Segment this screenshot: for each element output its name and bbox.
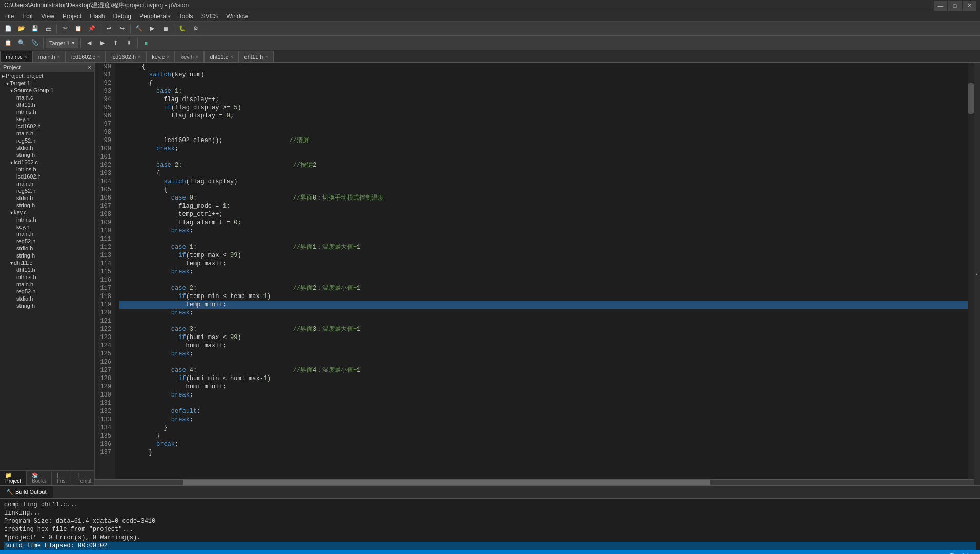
- maximize-button[interactable]: □: [948, 1, 962, 11]
- tree-file-main-h-2[interactable]: main.h: [0, 180, 94, 187]
- menu-file[interactable]: File: [0, 11, 18, 21]
- tree-file-key-h-1[interactable]: key.h: [0, 115, 94, 123]
- menu-view[interactable]: View: [37, 11, 58, 21]
- toolbar2-btn5[interactable]: ▶: [96, 37, 109, 49]
- menu-window[interactable]: Window: [222, 11, 252, 21]
- tab-close-key-h[interactable]: ×: [196, 54, 198, 60]
- panel-tab-project[interactable]: 📁 Project: [0, 471, 27, 485]
- menu-project[interactable]: Project: [58, 11, 86, 21]
- tree-dht11-c-group[interactable]: ▾ dht11.c: [0, 259, 94, 266]
- tree-file-reg52-h-3[interactable]: reg52.h: [0, 238, 94, 245]
- editor-scrollbar[interactable]: [968, 63, 974, 479]
- tab-close-lcd1602-c[interactable]: ×: [97, 54, 100, 60]
- tree-file-intrins-h-3[interactable]: intrins.h: [0, 216, 94, 223]
- tab-key-h[interactable]: key.h ×: [175, 51, 204, 62]
- tree-file-dht11-h-4[interactable]: dht11.h: [0, 266, 94, 273]
- close-button[interactable]: ✕: [963, 1, 976, 11]
- tab-lcd1602-c[interactable]: lcd1602.c ×: [66, 51, 106, 62]
- panel-tab-books[interactable]: 📚 Books: [27, 471, 52, 485]
- code-content[interactable]: { switch(key_num) { case 1: flag_display…: [115, 63, 968, 479]
- tree-file-string-h-3[interactable]: string.h: [0, 252, 94, 259]
- window-controls[interactable]: — □ ✕: [934, 1, 976, 11]
- new-file-button[interactable]: 📄: [2, 23, 14, 34]
- menu-tools[interactable]: Tools: [175, 11, 197, 21]
- tree-file-stdio-h-2[interactable]: stdio.h: [0, 194, 94, 202]
- paste-button[interactable]: 📌: [86, 23, 98, 34]
- redo-button[interactable]: ↪: [116, 23, 128, 34]
- panel-tab-fns[interactable]: | Fns.: [52, 471, 72, 485]
- panel-tab-templ[interactable]: | Templ.: [72, 471, 95, 485]
- tree-file-string-h-2[interactable]: string.h: [0, 202, 94, 209]
- target-selector[interactable]: Target 1 ▾: [46, 38, 78, 48]
- tree-file-stdio-h-3[interactable]: stdio.h: [0, 245, 94, 252]
- folder-expand-icon: ▾: [10, 88, 13, 93]
- tree-file-main-h-4[interactable]: main.h: [0, 281, 94, 288]
- save-all-button[interactable]: 🗃: [42, 23, 54, 34]
- save-button[interactable]: 💾: [29, 23, 41, 34]
- tab-close-dht11-h[interactable]: ×: [265, 54, 268, 60]
- tab-close-main-c[interactable]: ×: [24, 54, 27, 60]
- tab-label: main.h: [38, 54, 55, 60]
- right-panel-toggle[interactable]: ▸: [974, 63, 980, 485]
- tab-dht11-c[interactable]: dht11.c ×: [204, 51, 238, 62]
- run-button[interactable]: ▶: [146, 23, 158, 34]
- tab-lcd1602-h[interactable]: lcd1602.h ×: [106, 51, 146, 62]
- cut-button[interactable]: ✂: [59, 23, 71, 34]
- tree-lcd1602-c-group[interactable]: ▾ lcd1602.c: [0, 159, 94, 166]
- tab-close-main-h[interactable]: ×: [57, 54, 60, 60]
- tree-key-c-group[interactable]: ▾ key.c: [0, 209, 94, 216]
- tree-file-main-c[interactable]: main.c: [0, 94, 94, 101]
- tab-dht11-h[interactable]: dht11.h ×: [239, 51, 274, 62]
- project-panel-close[interactable]: ×: [88, 64, 91, 70]
- toolbar2-btn3[interactable]: 📎: [29, 37, 41, 49]
- menu-flash[interactable]: Flash: [86, 11, 109, 21]
- tree-file-intrins-h-1[interactable]: intrins.h: [0, 108, 94, 115]
- tree-source-group-1[interactable]: ▾ Source Group 1: [0, 87, 94, 94]
- code-area[interactable]: 9091929394959697989910010110210310410510…: [95, 63, 974, 479]
- tab-close-key-c[interactable]: ×: [167, 54, 169, 60]
- tree-target1[interactable]: ▾ Target 1: [0, 80, 94, 87]
- toolbar2-btn4[interactable]: ◀: [83, 37, 95, 49]
- open-button[interactable]: 📂: [15, 23, 28, 34]
- tree-file-key-h-3[interactable]: key.h: [0, 223, 94, 230]
- tab-key-c[interactable]: key.c ×: [146, 51, 175, 62]
- horizontal-scrollbar[interactable]: [95, 479, 974, 485]
- toolbar2-btn8[interactable]: ≡: [140, 37, 152, 49]
- tree-file-stdio-h-1[interactable]: stdio.h: [0, 144, 94, 151]
- tree-file-lcd1602-h-1[interactable]: lcd1602.h: [0, 123, 94, 130]
- copy-button[interactable]: 📋: [72, 23, 85, 34]
- menu-peripherals[interactable]: Peripherals: [135, 11, 175, 21]
- tree-file-main-h-3[interactable]: main.h: [0, 230, 94, 238]
- toolbar2-btn2[interactable]: 🔍: [15, 37, 28, 49]
- undo-button[interactable]: ↩: [103, 23, 115, 34]
- tree-file-intrins-h-2[interactable]: intrins.h: [0, 166, 94, 173]
- tree-file-string-h-1[interactable]: string.h: [0, 151, 94, 159]
- settings-button[interactable]: ⚙: [190, 23, 202, 34]
- app-title: C:\Users\Administrator\Desktop\温湿度\程序\pr…: [4, 1, 189, 10]
- tree-file-reg52-h-2[interactable]: reg52.h: [0, 187, 94, 194]
- tree-file-string-h-4[interactable]: string.h: [0, 302, 94, 309]
- tree-project[interactable]: ▸ Project: project: [0, 72, 94, 80]
- stop-button[interactable]: ⏹: [159, 23, 172, 34]
- debug-button[interactable]: 🐛: [176, 23, 189, 34]
- tab-main-h[interactable]: main.h ×: [33, 51, 66, 62]
- bottom-tab-build-output[interactable]: 🔨 Build Output: [0, 486, 53, 498]
- tree-file-lcd1602-h-2[interactable]: lcd1602.h: [0, 173, 94, 180]
- tab-close-lcd1602-h[interactable]: ×: [138, 54, 140, 60]
- menu-svcs[interactable]: SVCS: [197, 11, 222, 21]
- toolbar2-btn7[interactable]: ⬇: [123, 37, 135, 49]
- tab-main-c[interactable]: main.c ×: [0, 51, 33, 62]
- menu-edit[interactable]: Edit: [18, 11, 37, 21]
- tree-file-stdio-h-4[interactable]: stdio.h: [0, 295, 94, 302]
- menu-debug[interactable]: Debug: [109, 11, 135, 21]
- build-button[interactable]: 🔨: [133, 23, 145, 34]
- minimize-button[interactable]: —: [934, 1, 947, 11]
- tree-file-reg52-h-4[interactable]: reg52.h: [0, 288, 94, 295]
- tree-file-dht11-h[interactable]: dht11.h: [0, 101, 94, 108]
- tree-file-main-h-1[interactable]: main.h: [0, 130, 94, 137]
- tree-file-intrins-h-4[interactable]: intrins.h: [0, 273, 94, 281]
- toolbar2-btn6[interactable]: ⬆: [110, 37, 122, 49]
- toolbar2-btn1[interactable]: 📋: [2, 37, 14, 49]
- tree-file-reg52-h-1[interactable]: reg52.h: [0, 137, 94, 144]
- tab-close-dht11-c[interactable]: ×: [230, 54, 233, 60]
